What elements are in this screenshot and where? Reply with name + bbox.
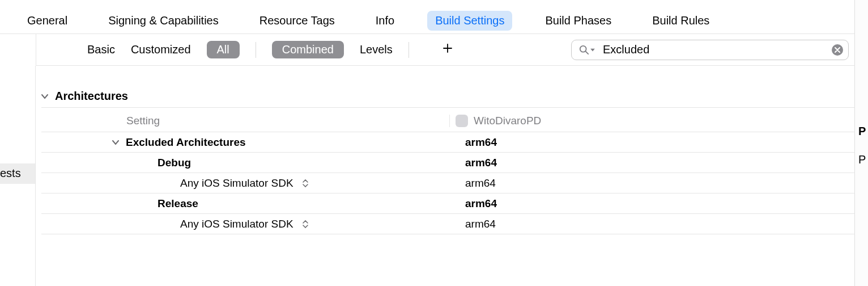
plus-icon bbox=[442, 43, 453, 56]
setting-release[interactable]: Release arm64 bbox=[41, 194, 857, 214]
setting-debug-sdk[interactable]: Any iOS Simulator SDK arm64 bbox=[41, 173, 857, 194]
setting-label: Excluded Architectures bbox=[126, 136, 246, 149]
search-icon bbox=[579, 45, 589, 55]
svg-point-0 bbox=[580, 45, 586, 52]
tab-resource-tags[interactable]: Resource Tags bbox=[252, 11, 343, 31]
setting-label: Any iOS Simulator SDK bbox=[180, 177, 293, 190]
filter-levels[interactable]: Levels bbox=[360, 43, 393, 56]
clear-search-button[interactable] bbox=[832, 44, 843, 56]
chevron-down-icon bbox=[41, 90, 49, 103]
setting-debug[interactable]: Debug arm64 bbox=[41, 153, 857, 173]
right-panel-label: P bbox=[858, 153, 866, 166]
chevron-down-icon[interactable] bbox=[590, 47, 595, 53]
project-icon bbox=[456, 115, 468, 127]
setting-label: Debug bbox=[158, 157, 191, 169]
settings-table-header: Setting WitoDivaroPD bbox=[41, 115, 857, 132]
add-button[interactable] bbox=[441, 43, 454, 57]
separator bbox=[409, 42, 409, 58]
setting-release-sdk[interactable]: Any iOS Simulator SDK arm64 bbox=[41, 214, 857, 234]
tab-build-phases[interactable]: Build Phases bbox=[537, 11, 619, 31]
target-name: WitoDivaroPD bbox=[474, 115, 541, 127]
content-area: ests Architectures Setting WitoDivaroPD … bbox=[0, 66, 868, 286]
filter-view-segment: Combined Levels bbox=[272, 41, 393, 58]
tab-general[interactable]: General bbox=[19, 11, 75, 31]
sidebar-item-partial[interactable]: ests bbox=[0, 167, 21, 180]
separator bbox=[256, 42, 256, 58]
right-panel-edge: P P bbox=[854, 0, 868, 286]
tab-build-settings[interactable]: Build Settings bbox=[427, 11, 512, 31]
setting-value[interactable]: arm64 bbox=[449, 177, 857, 190]
filter-bar: Basic Customized All Combined Levels bbox=[36, 34, 868, 66]
column-setting: Setting bbox=[126, 115, 449, 127]
section-architectures[interactable]: Architectures bbox=[41, 90, 857, 108]
tab-build-rules[interactable]: Build Rules bbox=[644, 11, 717, 31]
search-field-wrap bbox=[571, 40, 849, 60]
filter-scope-segment: Basic Customized All bbox=[87, 41, 240, 58]
tab-signing-capabilities[interactable]: Signing & Capabilities bbox=[100, 11, 227, 31]
chevron-down-icon bbox=[112, 136, 120, 149]
editor-tabs: General Signing & Capabilities Resource … bbox=[0, 0, 868, 34]
settings-main: Architectures Setting WitoDivaroPD Exclu… bbox=[36, 66, 868, 286]
targets-sidebar: ests bbox=[0, 66, 36, 286]
setting-label: Release bbox=[158, 197, 198, 210]
sdk-selector-icon[interactable] bbox=[303, 179, 308, 187]
section-title: Architectures bbox=[55, 90, 128, 103]
filter-combined[interactable]: Combined bbox=[272, 41, 344, 58]
sdk-selector-icon[interactable] bbox=[303, 220, 308, 228]
tab-info[interactable]: Info bbox=[368, 11, 402, 31]
setting-value[interactable]: arm64 bbox=[449, 136, 857, 149]
setting-value[interactable]: arm64 bbox=[449, 197, 857, 210]
setting-label: Any iOS Simulator SDK bbox=[180, 218, 293, 230]
filter-all[interactable]: All bbox=[207, 41, 240, 58]
setting-excluded-architectures[interactable]: Excluded Architectures arm64 bbox=[41, 132, 857, 153]
column-target: WitoDivaroPD bbox=[449, 115, 857, 127]
setting-value[interactable]: arm64 bbox=[449, 157, 857, 169]
svg-line-1 bbox=[586, 51, 589, 54]
right-panel-label: P bbox=[858, 125, 866, 138]
filter-customized[interactable]: Customized bbox=[131, 43, 191, 56]
search-input[interactable] bbox=[571, 40, 849, 60]
setting-value[interactable]: arm64 bbox=[449, 218, 857, 230]
filter-basic[interactable]: Basic bbox=[87, 43, 115, 56]
